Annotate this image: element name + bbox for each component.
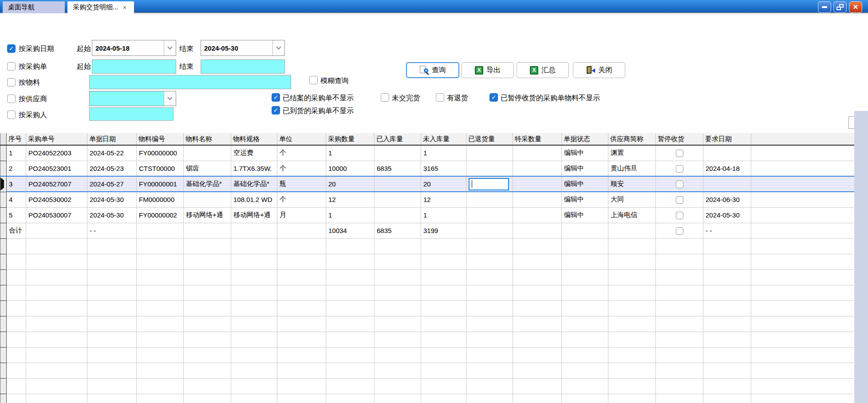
row-gutter[interactable] bbox=[0, 161, 7, 176]
cell-no[interactable]: 1 bbox=[7, 145, 26, 161]
suspend-receiving-checkbox[interactable] bbox=[676, 212, 683, 219]
cell-req_date[interactable] bbox=[703, 145, 751, 161]
export-button[interactable]: X 导出 bbox=[462, 62, 514, 78]
cell-special_qty[interactable] bbox=[513, 207, 562, 223]
row-gutter[interactable] bbox=[0, 300, 7, 316]
cell-doc_date[interactable]: 2024-05-22 bbox=[87, 145, 137, 161]
cell-ret_qty[interactable] bbox=[466, 176, 513, 192]
cell-supplier[interactable]: 大同 bbox=[608, 192, 656, 207]
row-gutter[interactable] bbox=[0, 347, 7, 363]
cell-status[interactable]: 编辑中 bbox=[562, 145, 608, 161]
not-fully-delivered-checkbox[interactable] bbox=[381, 93, 389, 102]
dropdown-arrow[interactable] bbox=[272, 40, 284, 55]
purchase-order-end-input[interactable] bbox=[201, 59, 285, 74]
cell-no[interactable]: 2 bbox=[7, 161, 26, 176]
suspend-receiving-checkbox[interactable] bbox=[676, 181, 683, 188]
dropdown-arrow[interactable] bbox=[164, 40, 176, 55]
row-gutter[interactable] bbox=[0, 223, 7, 238]
by-purchaser-checkbox[interactable] bbox=[7, 111, 16, 119]
cell-qty[interactable]: 1 bbox=[326, 207, 375, 223]
row-gutter[interactable] bbox=[0, 176, 7, 192]
cell-po[interactable]: PO240522003 bbox=[26, 145, 87, 161]
cell-in_qty[interactable] bbox=[375, 207, 421, 223]
hide-closed-orders-checkbox[interactable]: ✓ bbox=[272, 93, 280, 102]
table-row[interactable]: 3PO2405270072024-05-27FY00000001基础化学品*基础… bbox=[0, 176, 855, 192]
cell-req_date[interactable] bbox=[703, 176, 751, 192]
cell-in_qty[interactable]: 6835 bbox=[375, 161, 421, 176]
has-returns-checkbox[interactable] bbox=[436, 93, 444, 102]
cell-status[interactable]: 编辑中 bbox=[562, 207, 608, 223]
cell-po[interactable]: PO240527007 bbox=[26, 176, 87, 192]
column-header-suspended[interactable]: 暂停收货 bbox=[656, 133, 703, 145]
cell-mat_no[interactable]: FY00000000 bbox=[137, 145, 184, 161]
cell-doc_date[interactable]: 2024-05-30 bbox=[87, 192, 137, 207]
cell-qty[interactable]: 20 bbox=[326, 176, 375, 192]
cell-po[interactable]: PO240523001 bbox=[26, 161, 87, 176]
row-gutter[interactable] bbox=[0, 378, 7, 394]
row-gutter[interactable] bbox=[0, 285, 7, 300]
row-gutter[interactable] bbox=[0, 394, 7, 403]
cell-supplier[interactable]: 顺安 bbox=[608, 176, 656, 192]
column-header-ret_qty[interactable]: 已退货量 bbox=[466, 133, 513, 145]
cell-mat_no[interactable]: FY00000001 bbox=[137, 176, 184, 192]
cell-special_qty[interactable] bbox=[513, 161, 562, 176]
cell-no[interactable]: 3 bbox=[7, 176, 26, 192]
cell-status[interactable]: 编辑中 bbox=[562, 192, 608, 207]
cell-no[interactable]: 5 bbox=[7, 207, 26, 223]
cell-suspended[interactable] bbox=[656, 145, 703, 161]
cell-spec[interactable]: 1.7TX6.35W. bbox=[231, 161, 277, 176]
cell-mat_name[interactable] bbox=[184, 192, 231, 207]
cell-doc_date[interactable]: 2024-05-23 bbox=[87, 161, 137, 176]
cell-ret_qty[interactable] bbox=[466, 192, 513, 207]
tab-purchase-delivery-detail[interactable]: 采购交货明细... × bbox=[67, 1, 134, 13]
cell-spec[interactable]: 基础化学品* bbox=[231, 176, 277, 192]
column-header-status[interactable]: 单据状态 bbox=[562, 133, 608, 145]
cell-qty[interactable]: 12 bbox=[326, 192, 375, 207]
column-header-mat_name[interactable]: 物料名称 bbox=[184, 133, 231, 145]
cell-special_qty[interactable] bbox=[513, 176, 562, 192]
table-row[interactable]: 5PO2405300072024-05-30FY00000002移动网络+通移动… bbox=[0, 207, 855, 223]
cell-po[interactable]: PO240530002 bbox=[26, 192, 87, 207]
cell-unit[interactable]: 个 bbox=[277, 192, 326, 207]
cell-po[interactable]: PO240530007 bbox=[26, 207, 87, 223]
column-header-in_qty[interactable]: 已入库量 bbox=[375, 133, 421, 145]
cell-ret_qty[interactable] bbox=[466, 145, 513, 161]
cell-supplier[interactable]: 上海电信 bbox=[608, 207, 656, 223]
cell-out_qty[interactable]: 20 bbox=[421, 176, 466, 192]
active-cell-editor[interactable] bbox=[469, 178, 509, 190]
by-purchase-date-checkbox[interactable]: ✓ bbox=[7, 44, 16, 53]
cell-out_qty[interactable]: 3165 bbox=[421, 161, 466, 176]
hide-arrived-orders-checkbox[interactable]: ✓ bbox=[272, 106, 280, 115]
suspend-receiving-checkbox[interactable] bbox=[676, 227, 683, 235]
cell-status[interactable]: 编辑中 bbox=[562, 161, 608, 176]
by-purchase-order-checkbox[interactable] bbox=[7, 62, 16, 71]
row-gutter[interactable] bbox=[0, 332, 7, 347]
cell-suspended[interactable] bbox=[656, 176, 703, 192]
material-input[interactable] bbox=[89, 75, 291, 89]
restore-button[interactable] bbox=[833, 1, 847, 13]
cell-ret_qty[interactable] bbox=[466, 207, 513, 223]
by-supplier-checkbox[interactable] bbox=[7, 95, 16, 103]
cell-suspended[interactable] bbox=[656, 192, 703, 207]
cell-unit[interactable]: 月 bbox=[277, 207, 326, 223]
column-header-mat_no[interactable]: 物料编号 bbox=[137, 133, 184, 145]
suspend-receiving-checkbox[interactable] bbox=[676, 150, 683, 157]
dropdown-arrow[interactable] bbox=[164, 91, 176, 106]
purchase-date-start-combo[interactable]: 2024-05-18 bbox=[92, 40, 176, 56]
by-material-checkbox[interactable] bbox=[7, 78, 16, 87]
cell-status[interactable]: 编辑中 bbox=[562, 176, 608, 192]
cell-out_qty[interactable]: 1 bbox=[421, 207, 466, 223]
cell-out_qty[interactable]: 1 bbox=[421, 145, 466, 161]
column-header-out_qty[interactable]: 未入库量 bbox=[421, 133, 466, 145]
hide-suspended-materials-checkbox[interactable]: ✓ bbox=[489, 93, 498, 102]
row-gutter[interactable] bbox=[0, 145, 7, 161]
cell-req_date[interactable]: 2024-06-30 bbox=[703, 192, 751, 207]
table-row[interactable]: 4PO2405300022024-05-30FM0000000108.01.2 … bbox=[0, 192, 855, 207]
column-header-spec[interactable]: 物料规格 bbox=[231, 133, 277, 145]
column-header-req_date[interactable]: 要求日期 bbox=[703, 133, 751, 145]
cell-doc_date[interactable]: 2024-05-30 bbox=[87, 207, 137, 223]
cell-mat_no[interactable]: FY00000002 bbox=[137, 207, 184, 223]
row-gutter[interactable] bbox=[0, 363, 7, 378]
summary-button[interactable]: X 汇总 bbox=[517, 62, 569, 78]
column-header-special_qty[interactable]: 特采数量 bbox=[513, 133, 562, 145]
